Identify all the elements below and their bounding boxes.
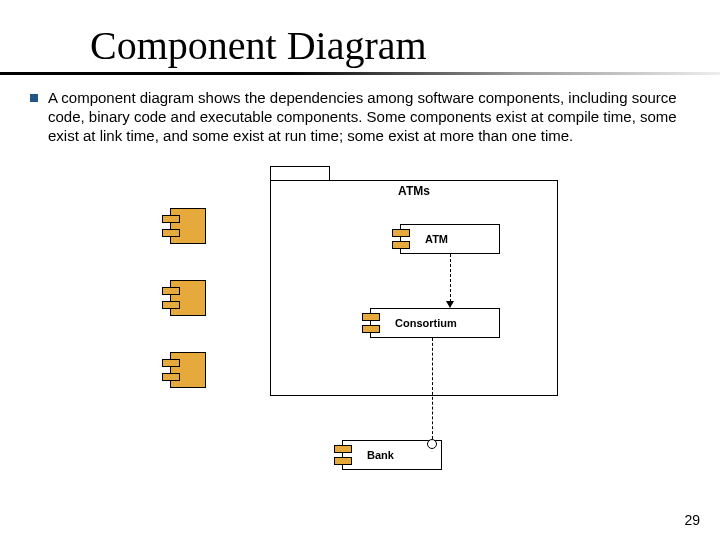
dependency-arrow-icon <box>432 338 433 439</box>
title-underline <box>0 72 720 75</box>
component-lug-icon <box>162 215 180 223</box>
component-label: Consortium <box>371 317 457 329</box>
component-lug-icon <box>392 229 410 237</box>
slide: Component Diagram A component diagram sh… <box>0 0 720 540</box>
package-tab <box>270 166 330 180</box>
side-component-1 <box>170 208 206 244</box>
component-lug-icon <box>362 325 380 333</box>
bullet-square-icon <box>30 94 38 102</box>
page-number: 29 <box>684 512 700 528</box>
component-lug-icon <box>162 359 180 367</box>
component-atm: ATM <box>400 224 500 254</box>
arrow-head-icon <box>446 301 454 308</box>
side-component-2 <box>170 280 206 316</box>
package-label: ATMs <box>270 184 558 198</box>
side-component-3 <box>170 352 206 388</box>
component-lug-icon <box>162 301 180 309</box>
component-lug-icon <box>334 457 352 465</box>
component-lug-icon <box>162 373 180 381</box>
component-lug-icon <box>162 229 180 237</box>
interface-circle-icon <box>427 439 437 449</box>
component-lug-icon <box>362 313 380 321</box>
component-consortium: Consortium <box>370 308 500 338</box>
package-atms <box>270 180 558 396</box>
component-lug-icon <box>334 445 352 453</box>
body-paragraph: A component diagram shows the dependenci… <box>48 88 680 146</box>
dependency-arrow-icon <box>450 254 451 307</box>
slide-title: Component Diagram <box>90 22 427 69</box>
component-diagram: ATMs ATM Consortium Bank <box>170 180 570 490</box>
component-lug-icon <box>392 241 410 249</box>
component-lug-icon <box>162 287 180 295</box>
